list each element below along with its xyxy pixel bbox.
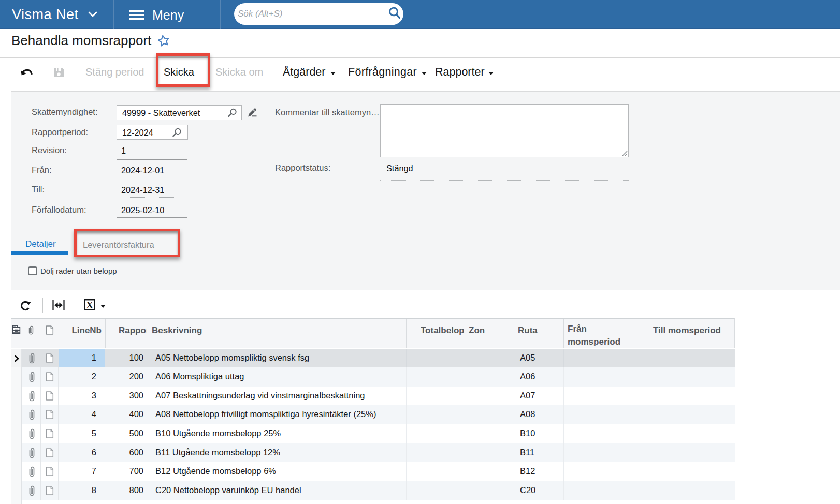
- svg-text:X: X: [86, 300, 93, 310]
